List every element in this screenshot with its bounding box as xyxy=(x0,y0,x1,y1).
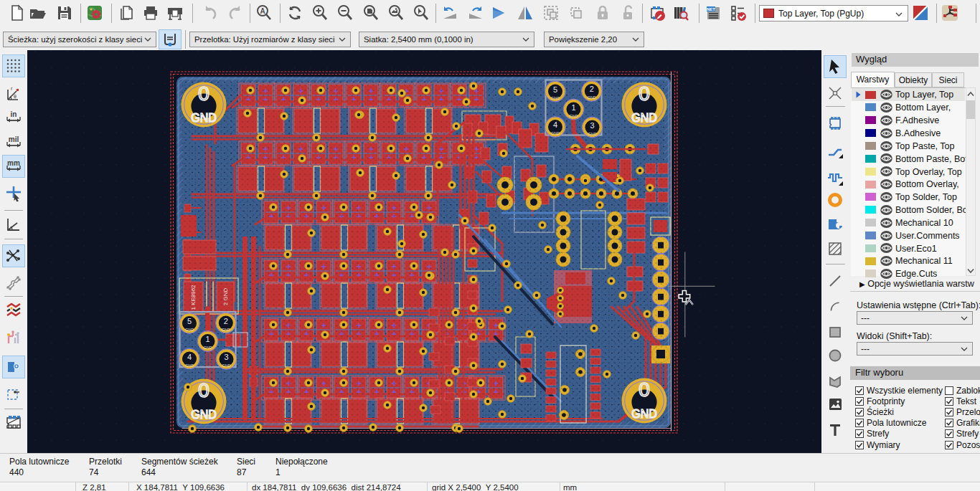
svg-text:GND: GND xyxy=(191,112,217,124)
svg-text:mm: mm xyxy=(7,159,20,167)
svg-text:2: 2 xyxy=(224,317,228,325)
svg-text:GND: GND xyxy=(222,363,230,368)
svg-text:GND: GND xyxy=(222,328,230,332)
svg-text:GND: GND xyxy=(551,131,560,135)
svg-text:mil: mil xyxy=(9,135,19,143)
svg-text:GND: GND xyxy=(185,363,194,368)
svg-text:NET: NET xyxy=(707,7,715,11)
svg-text:1: 1 xyxy=(205,335,209,343)
svg-text:2: 2 xyxy=(590,85,594,93)
svg-text:GND: GND xyxy=(203,345,212,350)
svg-text:0: 0 xyxy=(639,378,650,401)
svg-text:r: r xyxy=(11,86,13,91)
svg-text:1: 1 xyxy=(571,103,575,112)
svg-text:GND: GND xyxy=(569,114,578,118)
svg-text:5: 5 xyxy=(553,85,557,94)
svg-text:GND: GND xyxy=(631,112,657,124)
svg-text:GND: GND xyxy=(191,409,217,421)
svg-text:GND: GND xyxy=(588,95,596,100)
svg-text:GND: GND xyxy=(631,408,657,420)
svg-text:0: 0 xyxy=(639,82,650,105)
svg-text:4: 4 xyxy=(553,120,557,129)
svg-text:GND: GND xyxy=(588,132,596,136)
svg-text:in: in xyxy=(11,110,17,118)
svg-text:0: 0 xyxy=(198,82,209,105)
svg-text:3: 3 xyxy=(224,353,228,361)
svg-text:A: A xyxy=(260,7,265,15)
svg-text:3: 3 xyxy=(590,121,594,130)
svg-text:GND: GND xyxy=(551,96,560,100)
svg-text:GND: GND xyxy=(185,328,194,332)
svg-text:θ: θ xyxy=(14,94,17,99)
svg-text:5: 5 xyxy=(187,317,192,325)
svg-text:4: 4 xyxy=(187,353,192,361)
svg-text:0: 0 xyxy=(198,379,209,401)
